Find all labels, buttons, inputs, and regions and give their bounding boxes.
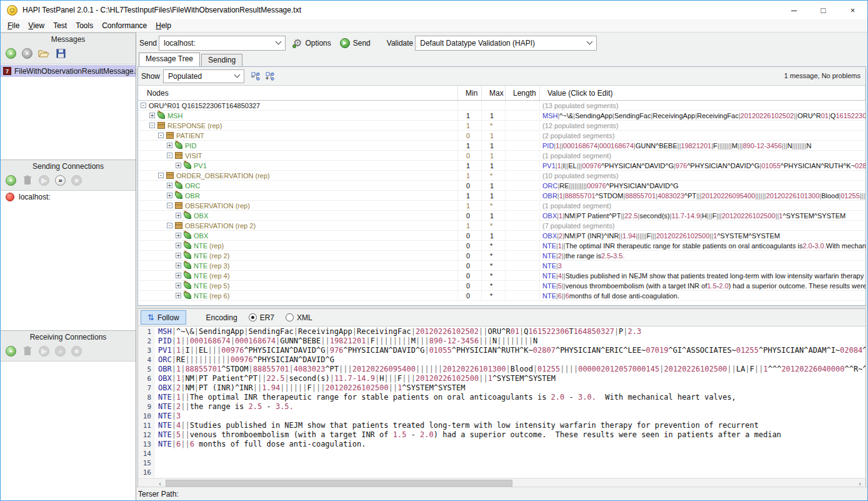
editor-line[interactable]: 3PV1|1|I||EL|||00976^PHYSICIAN^DAVID^G|9… (138, 346, 866, 355)
tree-toggle[interactable]: - (167, 153, 172, 158)
editor-line[interactable]: 13NTE|6||6 months of full dose anti-coag… (138, 440, 866, 449)
tree-toggle[interactable]: - (158, 173, 164, 178)
value-cell[interactable]: OBR|1|88855701^STDOM|88855701|4083023^PT… (540, 191, 866, 200)
line-content[interactable]: PID|1||000168674|000168674|GUNN^BEBE||19… (155, 337, 537, 346)
tab-message-tree[interactable]: Message Tree (139, 53, 200, 66)
editor-line[interactable]: 11NTE|4||Studies published in NEJM show … (138, 421, 866, 430)
value-cell[interactable]: PV1|1|I||EL|||00976^PHYSICIAN^DAVID^G|97… (540, 161, 866, 170)
line-content[interactable]: PV1|1|I||EL|||00976^PHYSICIAN^DAVID^G|97… (155, 346, 866, 355)
value-cell[interactable]: PID|1||000168674|000168674|GUNN^BEBE||19… (540, 141, 866, 150)
tree-row[interactable]: +ORC01ORC|RE||||||||||00976^PHYSICIAN^DA… (138, 181, 866, 191)
tree-row[interactable]: +MSH11MSH|^~\&|SendingApp|SendingFac|Rec… (138, 111, 866, 121)
open-file-button[interactable] (38, 48, 49, 59)
value-cell[interactable]: NTE|5||venous thromboembolism (with a ta… (540, 281, 866, 290)
editor-line[interactable]: 4ORC|RE||||||||||00976^PHYSICIAN^DAVID^G (138, 355, 866, 365)
scrollbar-thumb[interactable] (166, 480, 512, 487)
tree-row[interactable]: +NTE(rep 5)0*NTE|5||venous thromboemboli… (138, 281, 866, 291)
value-cell[interactable]: NTE|6||6 months of full dose anti-coagul… (540, 291, 866, 300)
tree-row[interactable]: -PATIENT01(2 populated segments) (138, 131, 866, 141)
close-button[interactable]: × (838, 1, 867, 19)
value-cell[interactable]: (1 populated segment) (540, 151, 866, 160)
editor-line[interactable]: 8NTE|1||The optimal INR therapeutic rang… (138, 393, 866, 402)
editor-line[interactable]: 2PID|1||000168674|000168674|GUNN^BEBE||1… (138, 337, 866, 346)
tree-toggle[interactable]: - (149, 123, 155, 128)
line-content[interactable]: OBX|2|NM|PT (INR)^INR||1.94||||||F|||201… (155, 383, 466, 393)
tree-row[interactable]: +NTE(rep 3)0*NTE|3 (138, 261, 866, 271)
send-target-combobox[interactable]: localhost: (159, 36, 286, 51)
add-receiving-connection-button[interactable]: + (6, 346, 16, 357)
tab-sending[interactable]: Sending (201, 54, 242, 66)
send-button[interactable]: Send (353, 39, 371, 48)
tree-row[interactable]: -OBSERVATION(rep)1*(1 populated segment) (138, 201, 866, 211)
tree-row[interactable]: -VISIT01(1 populated segment) (138, 151, 866, 161)
editor-line[interactable]: 6OBX|1|NM|PT Patient^PT||22.5|second(s)|… (138, 374, 866, 383)
menu-file[interactable]: File (3, 20, 24, 31)
tree-toggle[interactable]: + (176, 293, 181, 298)
tree-row[interactable]: +NTE(rep)0*NTE|1||The optimal INR therap… (138, 241, 866, 251)
column-length[interactable]: Length (506, 86, 540, 100)
value-cell[interactable]: OBX|1|NM|PT Patient^PT||22.5|second(s)|1… (540, 211, 866, 220)
line-content[interactable]: NTE|3 (155, 412, 181, 421)
encoding-xml-option[interactable]: XML (286, 313, 312, 322)
value-cell[interactable]: (2 populated segments) (540, 131, 866, 140)
line-content[interactable]: ORC|RE||||||||||00976^PHYSICIAN^DAVID^G (155, 355, 334, 365)
line-content[interactable] (155, 458, 158, 468)
options-gear-icon[interactable]: ⚙ (293, 38, 302, 48)
line-content[interactable] (155, 468, 158, 477)
tree-toggle[interactable]: + (176, 163, 181, 168)
tree-toggle[interactable]: - (141, 103, 146, 108)
tree-toggle[interactable]: + (167, 143, 172, 148)
tree-row[interactable]: -RESPONSE(rep)1*(12 populated segments) (138, 121, 866, 131)
close-message-button[interactable]: × (22, 48, 32, 59)
add-sending-connection-button[interactable]: + (6, 175, 16, 186)
tree-toggle[interactable]: + (167, 183, 172, 188)
value-cell[interactable]: (7 populated segments) (540, 221, 866, 230)
value-cell[interactable]: ORC|RE||||||||||00976^PHYSICIAN^DAVID^G (540, 181, 866, 190)
tree-toggle[interactable]: + (149, 113, 155, 118)
value-cell[interactable]: (1 populated segment) (540, 201, 866, 210)
sending-connection-item[interactable]: localhost: (1, 193, 51, 201)
editor-line[interactable]: 15 (138, 458, 866, 468)
column-max[interactable]: Max (482, 86, 506, 100)
tree-toggle[interactable]: + (176, 243, 181, 248)
maximize-button[interactable]: □ (809, 1, 838, 19)
tree-row[interactable]: +PID11PID|1||000168674|000168674|GUNN^BE… (138, 141, 866, 151)
tree-row[interactable]: -OBSERVATION(rep 2)1*(7 populated segmen… (138, 221, 866, 231)
send-play-icon[interactable]: ▶ (340, 38, 350, 48)
tree-row[interactable]: +OBR11OBR|1|88855701^STDOM|88855701|4083… (138, 191, 866, 201)
value-cell[interactable]: (13 populated segments) (540, 101, 866, 110)
validate-combobox[interactable]: Default Datatype Validation (HAPI) (415, 36, 597, 51)
stop-sending-button[interactable]: ■ (71, 175, 82, 186)
tree-row[interactable]: -ORDER_OBSERVATION(rep)1*(10 populated s… (138, 171, 866, 181)
line-content[interactable]: NTE|2||the range is 2.5 - 3.5. (155, 402, 294, 412)
value-cell[interactable]: (12 populated segments) (540, 121, 866, 130)
editor-line[interactable]: 9NTE|2||the range is 2.5 - 3.5. (138, 402, 866, 412)
start-all-sending-button[interactable]: » (55, 175, 66, 186)
add-message-button[interactable]: + (6, 48, 16, 59)
menu-tools[interactable]: Tools (71, 20, 97, 31)
options-button[interactable]: Options (305, 39, 331, 48)
start-sending-button[interactable]: ▶ (39, 175, 49, 186)
editor-line[interactable]: 16 (138, 468, 866, 477)
line-content[interactable]: NTE|1||The optimal INR therapeutic range… (155, 393, 736, 402)
tree-toggle[interactable]: + (176, 263, 181, 268)
menu-help[interactable]: Help (151, 20, 176, 31)
minimize-button[interactable]: ─ (779, 1, 809, 19)
value-cell[interactable]: NTE|2||the range is 2.5 - 3.5. (540, 251, 866, 260)
tree-toggle[interactable]: + (176, 233, 181, 238)
column-min[interactable]: Min (458, 86, 482, 100)
tree-toggle[interactable]: + (176, 213, 181, 218)
encoding-er7-option[interactable]: ER7 (249, 313, 274, 322)
value-cell[interactable]: MSH|^~\&|SendingApp|SendingFac|Receiving… (540, 111, 866, 120)
line-content[interactable] (155, 449, 158, 458)
line-content[interactable]: MSH|^~\&|SendingApp|SendingFac|Receiving… (155, 327, 641, 337)
line-content[interactable]: NTE|6||6 months of full dose anti-coagul… (155, 440, 366, 449)
tree-toggle[interactable]: + (176, 253, 181, 258)
start-receiving-button[interactable]: ▶ (39, 346, 49, 357)
value-cell[interactable]: (10 populated segments) (540, 171, 866, 180)
tree-row[interactable]: +NTE(rep 2)0*NTE|2||the range is 2.5 - 3… (138, 251, 866, 261)
menu-conformance[interactable]: Conformance (97, 20, 151, 31)
line-content[interactable]: NTE|4||Studies published in NEJM show th… (155, 421, 759, 430)
tree-toggle[interactable]: - (158, 133, 164, 138)
line-content[interactable]: NTE|5||venous thromboembolism (with a ta… (155, 430, 781, 440)
